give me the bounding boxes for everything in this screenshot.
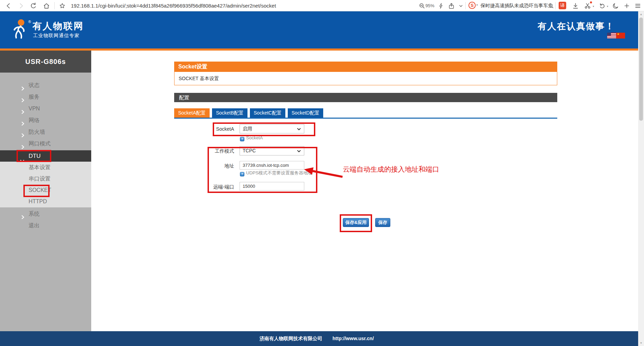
annotation-text: 云端自动生成的接入地址和端口 (343, 165, 439, 174)
tab-socket-b[interactable]: SocketB配置 (212, 108, 247, 118)
sidebar-item-services[interactable]: 服务 (0, 91, 91, 103)
browser-toolbar: 192.168.1.1/cgi-bin/luci/;stok=4dd13f845… (0, 0, 644, 11)
save-button[interactable]: 保存 (375, 218, 390, 227)
scroll-up-icon[interactable]: ▲ (638, 13, 644, 16)
new-tab-plus-icon[interactable] (622, 1, 631, 10)
scrollbar-thumb[interactable] (639, 18, 643, 121)
sidebar-item-firewall[interactable]: 防火墙 (0, 126, 91, 138)
undo-dropdown-caret[interactable]: ▾ (607, 5, 608, 8)
sidebar-item-socket[interactable]: SOCKET (0, 184, 91, 196)
address-input[interactable] (240, 161, 304, 170)
brand-slogan: 工业物联网通信专家 (33, 33, 80, 39)
toolbar-divider (54, 2, 55, 9)
sidebar-item-label: 网络 (29, 117, 40, 123)
dtu-submenu: 基本设置 串口设置 SOCKET HTTPD (0, 162, 91, 207)
footer: 济南有人物联网技术有限公司 http://www.usr.cn/ (0, 331, 638, 346)
night-mode-moon-icon[interactable] (611, 1, 620, 10)
sogou-dropdown-caret[interactable]: ▾ (476, 3, 478, 7)
work-mode-select[interactable]: TCPC (240, 146, 304, 155)
scissors-badge (590, 1, 592, 3)
remote-port-label: 远端-端口 (186, 184, 234, 190)
usr-logo-icon (11, 19, 28, 40)
sidebar-item-label: VPN (29, 106, 40, 111)
address-help: ?UDPS模式不需要设置服务器地址 (240, 171, 312, 176)
tab-socket-c[interactable]: SocketC配置 (250, 108, 285, 118)
download-icon[interactable] (571, 1, 580, 10)
tab-socket-a[interactable]: SocketA配置 (174, 108, 210, 118)
select-chevron-icon (297, 150, 301, 152)
page-title: Socket设置 (174, 62, 557, 72)
scroll-down-icon[interactable]: ▼ (638, 342, 644, 345)
sidebar-item-label: 服务 (29, 94, 40, 100)
sidebar-item-httpd[interactable]: HTTPD (0, 196, 91, 207)
page-subtitle: SOCKET 基本设置 (174, 72, 557, 85)
footer-company: 济南有人物联网技术有限公司 (260, 336, 322, 342)
bookmark-star-icon[interactable] (58, 1, 67, 10)
help-icon: ? (240, 172, 244, 176)
share-icon[interactable] (447, 1, 456, 10)
device-name: USR-G806s (0, 51, 91, 73)
save-apply-button[interactable]: 保存&应用 (343, 218, 369, 227)
address-bar[interactable]: 192.168.1.1/cgi-bin/luci/;stok=4dd13f845… (71, 3, 276, 9)
socketa-select[interactable]: 启用 (240, 124, 304, 133)
search-suggestion-text[interactable]: 保时捷高速插队未成恐吓当事车主 (481, 3, 553, 9)
sidebar-item-vpn[interactable]: VPN (0, 103, 91, 115)
registered-mark: ® (28, 20, 31, 24)
sidebar-menu: 状态 服务 VPN 网络 防火墙 网口模式 (0, 79, 91, 150)
page-scrollbar[interactable]: ▲ ▼ (638, 11, 644, 346)
sidebar-item-system[interactable]: 系统 (0, 208, 91, 220)
language-switcher: ★ (607, 33, 625, 39)
undo-icon[interactable] (598, 1, 606, 10)
sidebar-item-port-mode[interactable]: 网口模式 (0, 138, 91, 150)
menu-icon[interactable] (633, 1, 642, 10)
home-icon[interactable] (42, 1, 51, 10)
sidebar-item-label: 系统 (29, 211, 40, 217)
flash-icon[interactable] (436, 1, 445, 10)
tab-underline (174, 118, 557, 119)
sidebar-item-status[interactable]: 状态 (0, 79, 91, 91)
chevron-down-icon[interactable] (456, 1, 465, 10)
footer-url-link[interactable]: http://www.usr.cn/ (332, 336, 374, 342)
sidebar-item-label: 状态 (29, 82, 40, 88)
header-tagline: 有人在认真做事！ (538, 20, 615, 32)
toolbar-divider (555, 2, 556, 9)
forward-icon[interactable] (17, 1, 25, 10)
sidebar-item-dtu[interactable]: DTU (0, 150, 91, 162)
help-icon: ? (240, 137, 244, 141)
cn-flag-icon[interactable]: ★ (616, 33, 625, 39)
sidebar-menu-bottom: 系统 退出 (0, 208, 91, 231)
select-chevron-icon (297, 128, 301, 130)
sidebar-item-label: DTU (29, 153, 41, 159)
socketa-label: SocketA (186, 126, 234, 132)
sidebar-item-logout[interactable]: 退出 (0, 220, 91, 231)
sidebar-item-label: 网口模式 (29, 141, 51, 147)
accent-divider (0, 48, 638, 51)
search-icon[interactable] (547, 1, 556, 10)
address-label: 地址 (186, 163, 234, 169)
sidebar-item-serial-settings[interactable]: 串口设置 (0, 173, 91, 184)
translate-icon[interactable]: 译 (559, 2, 566, 9)
brand-name: 有人物联网 (32, 20, 84, 32)
remote-port-input[interactable] (240, 182, 304, 191)
sogou-logo-icon[interactable]: S (468, 2, 476, 9)
sidebar-item-network[interactable]: 网络 (0, 115, 91, 126)
sidebar-item-basic-settings[interactable]: 基本设置 (0, 162, 91, 173)
toolbar-divider (465, 2, 466, 9)
socketa-help: ?SocketA (240, 136, 263, 141)
sidebar-item-label: 防火墙 (29, 129, 45, 135)
tab-socket-d[interactable]: SocketD配置 (288, 108, 323, 118)
us-flag-icon[interactable] (607, 33, 616, 39)
zoom-level-label: 95% (425, 3, 434, 8)
work-mode-label: 工作模式 (186, 148, 234, 154)
screen: 192.168.1.1/cgi-bin/luci/;stok=4dd13f845… (0, 0, 644, 346)
sidebar: USR-G806s 状态 服务 VPN 网络 防火墙 (0, 51, 91, 331)
config-section-title: 配置 (174, 93, 557, 102)
refresh-icon[interactable] (29, 1, 38, 10)
brand-header: ® 有人物联网 工业物联网通信专家 有人在认真做事！ ★ (0, 11, 638, 48)
scissors-dropdown-caret[interactable]: ▾ (593, 5, 594, 8)
socket-tabs: SocketA配置 SocketB配置 SocketC配置 SocketD配置 (174, 108, 323, 118)
sidebar-item-label: 退出 (29, 223, 40, 228)
back-icon[interactable] (4, 1, 13, 10)
